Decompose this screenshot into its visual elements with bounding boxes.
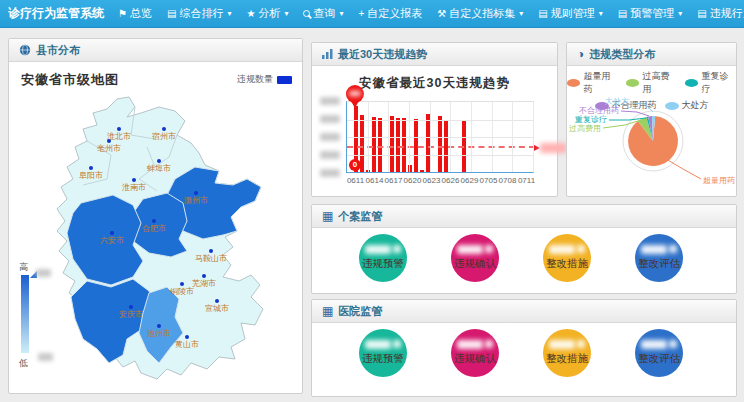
city-dot bbox=[107, 139, 111, 143]
pie-panel: ◑ 违规类型分布 超量用药过高费用重复诊疗不合理用药大处方 超量用药过高费用重复… bbox=[566, 42, 737, 197]
trend-panel-title: 最近30天违规趋势 bbox=[338, 47, 427, 62]
trend-chart-plot[interactable]: ▶ 0 bbox=[346, 101, 534, 173]
pie-legend-item[interactable]: 过高费用 bbox=[626, 70, 677, 96]
pie-panel-header: ◑ 违规类型分布 bbox=[567, 43, 736, 66]
pie-panel-title: 违规类型分布 bbox=[589, 47, 655, 62]
city-label: 合肥市 bbox=[142, 224, 166, 233]
gridline-h bbox=[347, 155, 533, 156]
nav-item-label: 预警管理 bbox=[630, 6, 674, 21]
nav-item-alert-management[interactable]: ▤预警管理▾ bbox=[618, 6, 682, 21]
callout-line bbox=[666, 159, 701, 179]
x-tick-label: 0614 bbox=[365, 176, 384, 185]
circle-label: 违规确认 bbox=[451, 257, 499, 271]
count-redacted bbox=[635, 243, 683, 255]
report-icon: ▤ bbox=[167, 9, 176, 19]
chevron-down-icon: ▾ bbox=[339, 9, 343, 18]
city-label: 淮北市 bbox=[107, 132, 131, 141]
map-panel-title: 县市分布 bbox=[36, 43, 80, 58]
map-legend[interactable]: 违规数量 bbox=[237, 73, 292, 86]
hosp-violation-warning-button[interactable]: 违规预警 bbox=[359, 329, 407, 377]
city-label: 芜湖市 bbox=[192, 279, 216, 288]
nav-item-analysis[interactable]: ★分析▾ bbox=[246, 6, 288, 21]
count-redacted bbox=[543, 243, 591, 255]
x-tick-label: 0617 bbox=[384, 176, 403, 185]
hospital-supervision-panel: ▦ 医院监管 违规预警违规确认整改措施整改评估 bbox=[311, 299, 737, 397]
x-axis-labels: 0611061406170620062306260629070507080711 bbox=[346, 176, 536, 185]
circle-label: 整改评估 bbox=[635, 257, 683, 271]
top-nav: 诊疗行为监管系统 ⚑总览▤综合排行▾★分析▾查询▾+自定义报表⚒自定义指标集▾▤… bbox=[0, 0, 744, 28]
city-dot bbox=[157, 159, 161, 163]
nav-item-label: 总览 bbox=[130, 6, 152, 21]
x-tick-label: 0626 bbox=[441, 176, 460, 185]
city-label: 亳州市 bbox=[97, 144, 121, 153]
grid-icon: ▦ bbox=[322, 210, 333, 222]
nav-item-rule-management[interactable]: ▤规则管理▾ bbox=[538, 6, 602, 21]
nav-item-ranking[interactable]: ▤综合排行▾ bbox=[167, 6, 231, 21]
min-marker-pin: 0 bbox=[349, 159, 361, 171]
scale-min-value-redacted bbox=[38, 353, 53, 361]
city-dot bbox=[185, 335, 189, 339]
y-tick-redacted bbox=[320, 97, 340, 105]
hosp-violation-confirmation-button[interactable]: 违规确认 bbox=[451, 329, 499, 377]
callout-label: 大处方 bbox=[605, 97, 630, 106]
half-circle-icon: ◑ bbox=[577, 48, 584, 60]
pie-chart[interactable]: 超量用药过高费用重复诊疗不合理用药大处方 bbox=[567, 95, 738, 195]
map-legend-swatch bbox=[277, 76, 292, 84]
case-violation-warning-button[interactable]: 违规预警 bbox=[359, 234, 407, 282]
pie-legend-item[interactable]: 超量用药 bbox=[567, 70, 618, 96]
nav-item-search[interactable]: 查询▾ bbox=[303, 6, 343, 21]
grid-icon: ▦ bbox=[322, 305, 333, 317]
case-rectification-measures-button[interactable]: 整改措施 bbox=[543, 234, 591, 282]
nav-item-label: 规则管理 bbox=[551, 6, 595, 21]
gridline-v bbox=[492, 102, 493, 172]
case-violation-confirmation-button[interactable]: 违规确认 bbox=[451, 234, 499, 282]
trend-bar bbox=[390, 116, 394, 172]
chevron-down-icon: ▾ bbox=[227, 9, 231, 18]
city-dot bbox=[129, 305, 133, 309]
legend-label: 超量用药 bbox=[583, 70, 618, 96]
max-value-redacted bbox=[349, 91, 361, 96]
hosp-rectification-measures-button[interactable]: 整改措施 bbox=[543, 329, 591, 377]
pie-legend-item[interactable]: 重复诊疗 bbox=[685, 70, 736, 96]
city-dot bbox=[180, 282, 184, 286]
gridline-v bbox=[368, 102, 369, 172]
nav-item-label: 分析 bbox=[258, 6, 280, 21]
nav-item-custom-report[interactable]: +自定义报表 bbox=[358, 6, 422, 21]
y-tick-redacted bbox=[320, 133, 340, 141]
max-marker-pin bbox=[346, 85, 364, 103]
gridline-v bbox=[533, 102, 534, 172]
city-label: 淮南市 bbox=[122, 183, 146, 192]
city-label: 池州市 bbox=[147, 329, 171, 338]
nav-item-overview[interactable]: ⚑总览 bbox=[118, 6, 152, 21]
x-tick-label: 0611 bbox=[346, 176, 365, 185]
map-panel-header: 县市分布 bbox=[9, 39, 302, 62]
city-dot bbox=[152, 219, 156, 223]
city-dot bbox=[209, 249, 213, 253]
nav-item-custom-indicator[interactable]: ⚒自定义指标集▾ bbox=[437, 6, 523, 21]
legend-swatch bbox=[567, 79, 580, 87]
city-label: 铜陵市 bbox=[169, 287, 194, 296]
scale-high-label: 高 bbox=[19, 262, 28, 272]
anhui-map[interactable]: 淮北市宿州市亳州市蚌埠市阜阳市淮南市滁州市合肥市六安市马鞍山市芜湖市铜陵市宣城市… bbox=[27, 95, 295, 395]
tools-icon: ⚒ bbox=[437, 9, 446, 19]
legend-label: 重复诊疗 bbox=[701, 70, 736, 96]
case-panel-title: 个案监管 bbox=[338, 209, 382, 224]
hosp-rectification-evaluation-button[interactable]: 整改评估 bbox=[635, 329, 683, 377]
case-rectification-evaluation-button[interactable]: 整改评估 bbox=[635, 234, 683, 282]
legend-label: 过高费用 bbox=[642, 70, 677, 96]
gridline-v bbox=[512, 102, 513, 172]
city-dot bbox=[202, 274, 206, 278]
callout-label: 超量用药 bbox=[703, 176, 735, 185]
circle-label: 违规预警 bbox=[359, 352, 407, 366]
city-dot bbox=[194, 191, 198, 195]
count-redacted bbox=[359, 338, 407, 350]
city-label: 安庆市 bbox=[119, 310, 143, 319]
nav-item-violation-handling[interactable]: ▤违规行为处置▾ bbox=[697, 6, 744, 21]
city-dot bbox=[132, 178, 136, 182]
bar-chart-icon bbox=[322, 49, 333, 59]
chevron-down-icon: ▾ bbox=[599, 9, 603, 18]
chevron-down-icon: ▾ bbox=[519, 9, 523, 18]
circle-label: 违规确认 bbox=[451, 352, 499, 366]
scale-gradient-bar bbox=[21, 275, 29, 353]
x-tick-label: 0711 bbox=[517, 176, 536, 185]
